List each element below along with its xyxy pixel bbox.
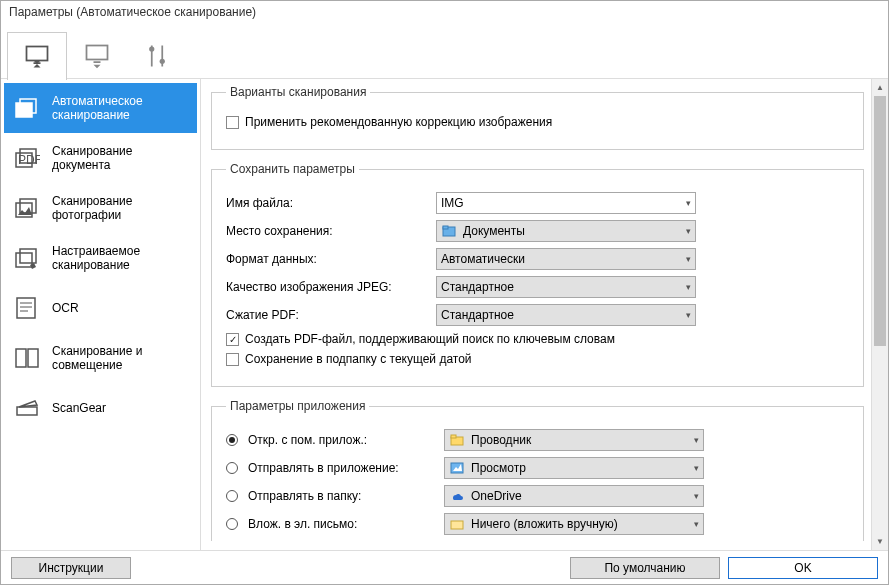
sidebar-item-label: ScanGear (52, 401, 106, 415)
toolbar (1, 25, 888, 79)
defaults-button[interactable]: По умолчанию (570, 557, 720, 579)
svg-rect-8 (16, 103, 32, 117)
pdf-stack-icon: PDF (12, 143, 42, 173)
sidebar-item-label: OCR (52, 301, 79, 315)
sidebar-item-label: Сканирование фотографии (52, 194, 189, 223)
vertical-scrollbar[interactable]: ▲ ▼ (871, 79, 888, 550)
checkbox-subfolder[interactable] (226, 353, 239, 366)
tab-scan-to-computer[interactable] (7, 32, 67, 80)
combo-value: IMG (441, 196, 464, 210)
label-pdf-compression: Сжатие PDF: (226, 308, 426, 322)
combo-format[interactable]: Автоматически ▾ (436, 248, 696, 270)
svg-rect-27 (451, 435, 456, 438)
combo-pdf-compression[interactable]: Стандартное ▾ (436, 304, 696, 326)
label-format: Формат данных: (226, 252, 426, 266)
combo-send-folder[interactable]: OneDrive ▾ (444, 485, 704, 507)
sidebar-item-photo-scan[interactable]: Сканирование фотографии (4, 183, 197, 233)
combo-attach-email[interactable]: Ничего (вложить вручную) ▾ (444, 513, 704, 535)
label-searchable-pdf: Создать PDF-файл, поддерживающий поиск п… (245, 332, 615, 346)
scroll-down-arrow[interactable]: ▼ (872, 533, 888, 550)
svg-rect-23 (17, 407, 37, 415)
combo-value: Стандартное (441, 308, 514, 322)
sidebar-item-stitch[interactable]: Сканирование и совмещение (4, 333, 197, 383)
radio-send-folder[interactable] (226, 490, 238, 502)
svg-rect-21 (16, 349, 26, 367)
combo-open-with[interactable]: Проводник ▾ (444, 429, 704, 451)
onedrive-icon (449, 488, 465, 504)
documents-folder-icon (441, 223, 457, 239)
chevron-down-icon: ▾ (686, 198, 691, 208)
label-send-folder: Отправлять в папку: (248, 489, 434, 503)
scanner-icon (12, 393, 42, 423)
checkbox-apply-correction[interactable] (226, 116, 239, 129)
folder-icon (449, 516, 465, 532)
label-location: Место сохранения: (226, 224, 426, 238)
combo-location[interactable]: Документы ▾ (436, 220, 696, 242)
svg-rect-17 (17, 298, 35, 318)
chevron-down-icon: ▾ (686, 226, 691, 236)
label-open-with: Откр. с пом. прилож.: (248, 433, 434, 447)
instructions-button[interactable]: Инструкции (11, 557, 131, 579)
monitor-down-icon (83, 42, 111, 70)
settings-window: Параметры (Автоматическое сканирование) … (0, 0, 889, 585)
combo-value: Ничего (вложить вручную) (471, 517, 618, 531)
ocr-icon (12, 293, 42, 323)
svg-rect-22 (28, 349, 38, 367)
label-send-app: Отправлять в приложение: (248, 461, 434, 475)
group-scan-options: Варианты сканирования Применить рекоменд… (211, 85, 864, 150)
chevron-down-icon: ▾ (686, 254, 691, 264)
svg-point-5 (149, 46, 154, 51)
chevron-down-icon: ▾ (694, 463, 699, 473)
label-subfolder: Сохранение в подпапку с текущей датой (245, 352, 472, 366)
tab-tools[interactable] (127, 31, 187, 79)
radio-send-app[interactable] (226, 462, 238, 474)
combo-value: OneDrive (471, 489, 522, 503)
checkbox-searchable-pdf[interactable]: ✓ (226, 333, 239, 346)
label-attach-email: Влож. в эл. письмо: (248, 517, 434, 531)
sidebar-item-ocr[interactable]: OCR (4, 283, 197, 333)
tab-scan-from-device[interactable] (67, 31, 127, 79)
svg-rect-3 (94, 61, 101, 63)
combo-value: Автоматически (441, 252, 525, 266)
combo-value: Проводник (471, 433, 531, 447)
custom-stack-icon (12, 243, 42, 273)
scroll-up-arrow[interactable]: ▲ (872, 79, 888, 96)
tools-icon (143, 42, 171, 70)
group-save-settings: Сохранить параметры Имя файла: IMG ▾ Мес… (211, 162, 864, 387)
sidebar-item-scangear[interactable]: ScanGear (4, 383, 197, 433)
label-filename: Имя файла: (226, 196, 426, 210)
radio-attach-email[interactable] (226, 518, 238, 530)
svg-rect-0 (27, 46, 48, 60)
group-app-settings: Параметры приложения Откр. с пом. прилож… (211, 399, 864, 541)
combo-value: Стандартное (441, 280, 514, 294)
chevron-down-icon: ▾ (694, 435, 699, 445)
viewer-icon (449, 460, 465, 476)
content-pane: Варианты сканирования Применить рекоменд… (201, 79, 888, 550)
combo-jpeg-quality[interactable]: Стандартное ▾ (436, 276, 696, 298)
sidebar-item-label: Настраиваемое сканирование (52, 244, 189, 273)
chevron-down-icon: ▾ (694, 519, 699, 529)
window-title: Параметры (Автоматическое сканирование) (1, 1, 888, 25)
sidebar-item-label: Сканирование документа (52, 144, 189, 173)
svg-text:PDF: PDF (18, 153, 40, 167)
legend-scan-options: Варианты сканирования (226, 85, 370, 99)
sidebar-item-document-scan[interactable]: PDF Сканирование документа (4, 133, 197, 183)
svg-rect-29 (451, 521, 463, 529)
ok-button[interactable]: OK (728, 557, 878, 579)
svg-rect-25 (443, 226, 448, 229)
stitch-icon (12, 343, 42, 373)
explorer-icon (449, 432, 465, 448)
scrollbar-thumb[interactable] (874, 96, 886, 346)
chevron-down-icon: ▾ (694, 491, 699, 501)
radio-open-with[interactable] (226, 434, 238, 446)
legend-app: Параметры приложения (226, 399, 369, 413)
combo-send-app[interactable]: Просмотр ▾ (444, 457, 704, 479)
sidebar-item-label: Автоматическое сканирование (52, 94, 189, 123)
combo-value: Документы (463, 224, 525, 238)
label-apply-correction: Применить рекомендованную коррекцию изоб… (245, 115, 552, 129)
combo-filename[interactable]: IMG ▾ (436, 192, 696, 214)
sidebar-item-auto-scan[interactable]: Автоматическое сканирование (4, 83, 197, 133)
sidebar: Автоматическое сканирование PDF Сканиров… (1, 79, 201, 550)
legend-save: Сохранить параметры (226, 162, 359, 176)
sidebar-item-custom-scan[interactable]: Настраиваемое сканирование (4, 233, 197, 283)
